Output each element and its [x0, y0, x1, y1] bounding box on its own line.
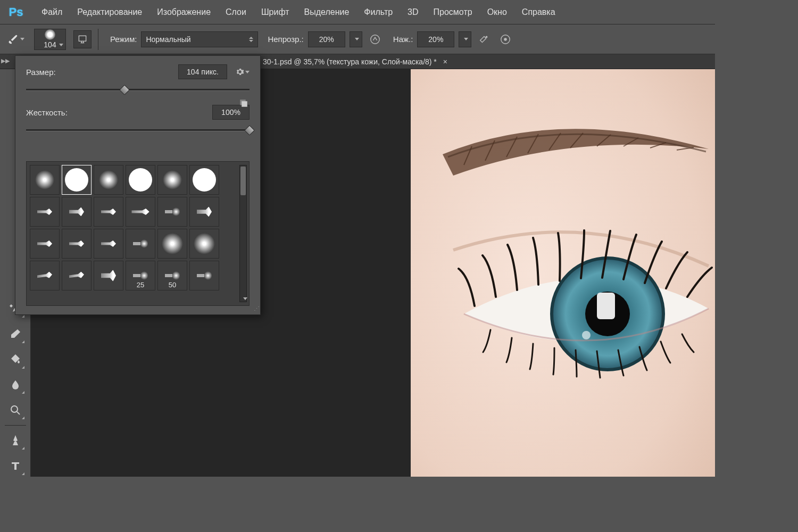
menu-select[interactable]: Выделение [299, 5, 355, 19]
opacity-pressure-toggle[interactable] [367, 31, 384, 48]
opacity-label: Непрозр.: [268, 35, 303, 44]
svg-point-11 [582, 331, 591, 339]
brush-size-label: 104 [44, 40, 56, 49]
menu-filter[interactable]: Фильтр [359, 5, 398, 19]
brush-preview-icon [45, 29, 55, 40]
svg-rect-0 [79, 36, 86, 41]
menu-edit[interactable]: Редактирование [72, 5, 147, 19]
brush-size-slider[interactable] [26, 85, 250, 95]
brush-panel-toggle[interactable] [73, 30, 92, 48]
brush-preset[interactable] [189, 165, 219, 195]
brush-preset[interactable] [94, 197, 123, 227]
flow-input[interactable]: 20% [417, 31, 454, 47]
brush-preset[interactable] [94, 229, 123, 259]
tool-blur[interactable] [5, 375, 26, 396]
brush-preset-grid: 25 50 [26, 161, 250, 306]
photoshop-logo-icon: Ps [6, 3, 26, 22]
menu-type[interactable]: Шрифт [256, 5, 295, 19]
airbrush-icon [478, 34, 490, 45]
menu-layers[interactable]: Слои [220, 5, 252, 19]
brush-hardness-text: Жесткость: [26, 108, 68, 117]
tool-type[interactable] [5, 455, 26, 477]
blend-mode-value: Нормальный [146, 35, 190, 44]
svg-rect-10 [597, 293, 615, 319]
document-canvas[interactable] [411, 69, 715, 477]
panel-expand-icon[interactable]: ▶▶ [1, 57, 10, 64]
brush-preset-popup: Размер: 104 пикс. Жесткость: 100% [15, 55, 261, 315]
svg-point-4 [504, 38, 508, 41]
brush-preset[interactable] [62, 197, 92, 227]
flow-value: 20% [428, 35, 443, 44]
flow-dropdown[interactable] [459, 31, 471, 47]
brush-preset[interactable]: 25 [126, 261, 155, 290]
brush-preset-size: 50 [169, 281, 176, 289]
brush-preset[interactable] [126, 197, 155, 227]
brush-hardness-slider[interactable] [26, 125, 250, 136]
brush-preset[interactable] [126, 165, 155, 195]
blend-mode-dropdown[interactable]: Нормальный [141, 31, 258, 47]
tool-pen[interactable] [5, 430, 26, 451]
brush-preset[interactable] [94, 165, 123, 195]
menu-help[interactable]: Справка [517, 5, 561, 19]
document-tab[interactable]: 30-1.psd @ 35,7% (текстура кожи, Слой-ма… [263, 57, 437, 66]
tool-preset-dropdown[interactable] [7, 31, 24, 48]
brush-preset-size: 25 [137, 281, 144, 289]
brush-preset[interactable] [157, 165, 187, 195]
tool-paint-bucket[interactable] [5, 349, 26, 370]
opacity-input[interactable]: 20% [308, 31, 345, 47]
new-preset-icon [239, 98, 248, 108]
brush-preset[interactable] [30, 165, 60, 195]
brush-size-text: Размер: [26, 68, 56, 77]
svg-point-1 [371, 35, 380, 44]
brush-preset[interactable] [30, 229, 60, 259]
brush-flyout-menu[interactable] [236, 68, 250, 76]
mode-label: Режим: [110, 35, 137, 44]
brush-preset[interactable] [30, 261, 60, 290]
preset-scrollbar[interactable] [239, 165, 247, 302]
menu-window[interactable]: Окно [482, 5, 512, 19]
brush-preset[interactable] [157, 229, 187, 259]
tablet-pressure-icon [369, 34, 381, 45]
brush-preset[interactable] [62, 229, 92, 259]
flow-label: Наж.: [393, 35, 413, 44]
brush-icon [7, 34, 18, 45]
size-pressure-toggle[interactable] [497, 31, 514, 48]
menu-image[interactable]: Изображение [152, 5, 216, 19]
tool-dodge[interactable] [5, 400, 26, 421]
menu-3d[interactable]: 3D [402, 5, 423, 19]
brush-preset[interactable] [189, 229, 219, 259]
brush-preset[interactable] [189, 197, 219, 227]
menu-view[interactable]: Просмотр [428, 5, 478, 19]
brush-preset-picker[interactable]: 104 [34, 29, 66, 50]
airbrush-toggle[interactable] [476, 31, 493, 48]
svg-point-2 [486, 36, 488, 38]
gear-icon [236, 68, 244, 76]
brush-preset[interactable] [189, 261, 219, 290]
tablet-size-icon [500, 34, 511, 45]
brush-preset-selected[interactable] [62, 165, 92, 195]
brush-preset[interactable] [62, 261, 92, 290]
new-brush-preset-button[interactable] [239, 98, 248, 110]
divider [5, 425, 26, 426]
brush-preset[interactable] [157, 197, 187, 227]
eye-photo-placeholder [411, 69, 715, 477]
brush-preset[interactable] [126, 229, 155, 259]
opacity-dropdown[interactable] [350, 31, 362, 47]
divider [98, 29, 98, 50]
opacity-value: 20% [319, 35, 334, 44]
svg-point-5 [11, 406, 18, 412]
brush-preset[interactable] [30, 197, 60, 227]
menu-bar: Ps Файл Редактирование Изображение Слои … [0, 0, 715, 24]
tab-close-button[interactable]: × [443, 57, 447, 66]
resize-handle-icon[interactable]: ⋰ [254, 305, 258, 312]
tool-eraser[interactable] [5, 323, 26, 345]
brush-size-field[interactable]: 104 пикс. [178, 64, 227, 79]
brush-preset[interactable]: 50 [157, 261, 187, 290]
brush-preset[interactable] [94, 261, 123, 290]
menu-file[interactable]: Файл [36, 5, 68, 19]
options-bar: 104 Режим: Нормальный Непрозр.: 20% Наж.… [0, 24, 715, 54]
brush-settings-icon [77, 34, 88, 45]
